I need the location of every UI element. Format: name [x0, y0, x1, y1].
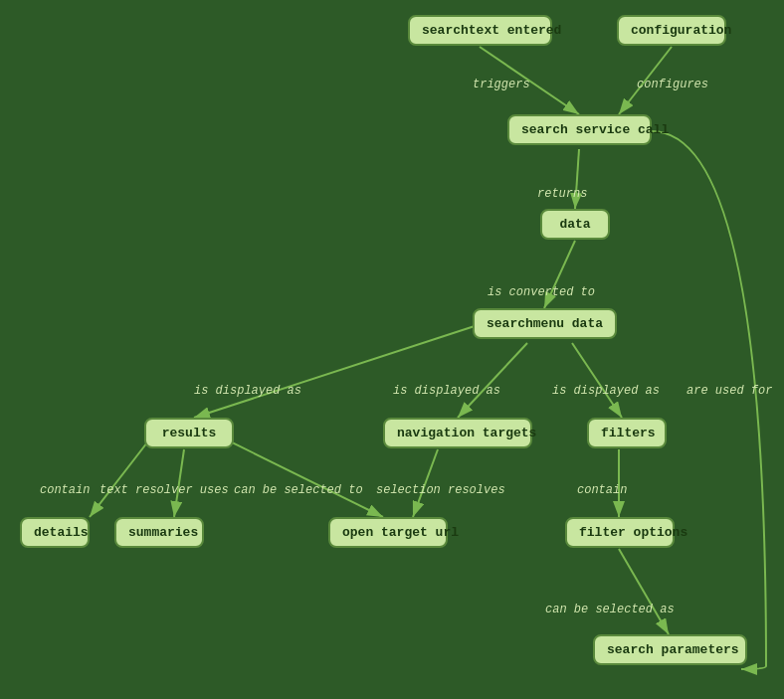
node-searchmenu-data: searchmenu data	[473, 308, 617, 339]
label-can-be-selected-to: can be selected to	[234, 483, 363, 497]
label-selection-resolves: selection resolves	[376, 483, 505, 497]
node-filter-options: filter options	[565, 517, 675, 548]
label-configures: configures	[637, 78, 708, 91]
node-details: details	[20, 517, 90, 548]
label-displayed-as-results: is displayed as	[194, 384, 301, 398]
label-returns: returns	[537, 187, 587, 201]
node-search-service-call: search service call	[507, 114, 652, 145]
node-configuration: configuration	[617, 15, 726, 46]
label-text-resolver: text resolver uses	[99, 483, 229, 497]
label-contain-filter: contain	[577, 483, 627, 497]
diagram-container: searchtext entered configuration search …	[0, 0, 784, 699]
node-navigation-targets: navigation targets	[383, 418, 532, 448]
node-search-parameters: search parameters	[593, 634, 747, 665]
arrows-svg	[0, 0, 784, 699]
node-open-target-url: open target url	[328, 517, 448, 548]
label-triggers: triggers	[473, 78, 530, 91]
label-converted-to: is converted to	[488, 285, 595, 299]
node-filters: filters	[587, 418, 667, 448]
label-displayed-as-nav: is displayed as	[393, 384, 500, 398]
label-contain-details: contain	[40, 483, 90, 497]
label-displayed-as-filters: is displayed as	[552, 384, 660, 398]
node-searchtext: searchtext entered	[408, 15, 552, 46]
node-results: results	[144, 418, 234, 448]
label-are-used-for: are used for	[686, 384, 772, 398]
label-can-be-selected-as: can be selected as	[545, 603, 675, 616]
node-summaries: summaries	[114, 517, 204, 548]
node-data: data	[540, 209, 610, 240]
